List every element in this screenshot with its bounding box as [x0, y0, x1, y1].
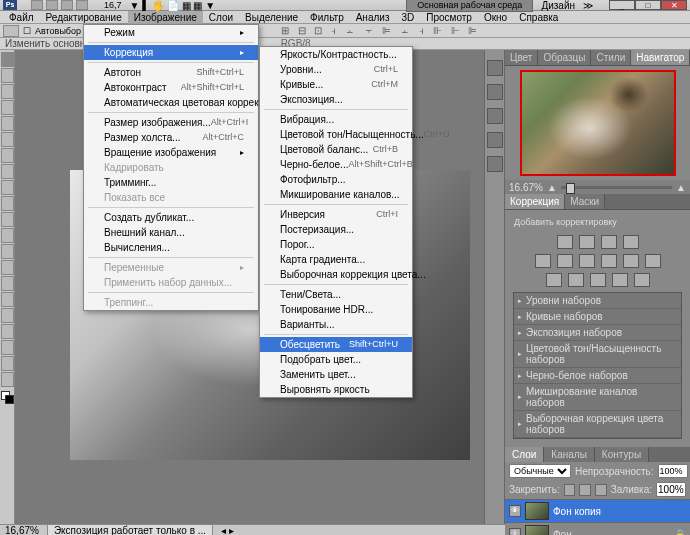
tb-icon[interactable]: [61, 0, 73, 10]
mi-invert[interactable]: ИнверсияCtrl+I: [260, 207, 412, 222]
menu-select[interactable]: Выделение: [239, 11, 304, 24]
eyedropper-tool[interactable]: [1, 132, 14, 147]
stamp-tool[interactable]: [1, 180, 14, 195]
mi-brightness[interactable]: Яркость/Контрастность...: [260, 47, 412, 62]
mi-desaturate[interactable]: ОбесцветитьShift+Ctrl+U: [260, 337, 412, 352]
menu-help[interactable]: Справка: [513, 11, 564, 24]
mi-imagesize[interactable]: Размер изображения...Alt+Ctrl+I: [84, 115, 258, 130]
menu-file[interactable]: Файл: [3, 11, 40, 24]
mi-autocontrast[interactable]: АвтоконтрастAlt+Shift+Ctrl+L: [84, 80, 258, 95]
tb-icon[interactable]: [31, 0, 43, 10]
preset-item[interactable]: ▸Кривые наборов: [514, 309, 681, 325]
history-brush-tool[interactable]: [1, 196, 14, 211]
adj-selcolor-icon[interactable]: [634, 273, 650, 287]
mi-vibrance[interactable]: Вибрация...: [260, 112, 412, 127]
menu-layer[interactable]: Слои: [203, 11, 239, 24]
mi-levels[interactable]: Уровни...Ctrl+L: [260, 62, 412, 77]
status-zoom[interactable]: 16,67%: [5, 525, 39, 536]
tab-corrections[interactable]: Коррекция: [505, 194, 565, 209]
type-tool[interactable]: [1, 292, 14, 307]
mi-autotone[interactable]: АвтотонShift+Ctrl+L: [84, 65, 258, 80]
mi-channelmix[interactable]: Микширование каналов...: [260, 187, 412, 202]
adj-vibrance-icon[interactable]: [535, 254, 551, 268]
adj-poster-icon[interactable]: [568, 273, 584, 287]
mi-selcolor[interactable]: Выборочная коррекция цвета...: [260, 267, 412, 282]
adj-hue-icon[interactable]: [557, 254, 573, 268]
opacity-input[interactable]: [658, 464, 688, 478]
lock-pixels-icon[interactable]: [564, 484, 576, 496]
eraser-tool[interactable]: [1, 212, 14, 227]
mi-canvassize[interactable]: Размер холста...Alt+Ctrl+C: [84, 130, 258, 145]
wand-tool[interactable]: [1, 100, 14, 115]
crop-tool[interactable]: [1, 116, 14, 131]
adj-threshold-icon[interactable]: [590, 273, 606, 287]
menu-analysis[interactable]: Анализ: [350, 11, 396, 24]
adj-exposure-icon[interactable]: [623, 235, 639, 249]
hand-tool[interactable]: [1, 356, 14, 371]
healing-tool[interactable]: [1, 148, 14, 163]
marquee-tool[interactable]: [1, 68, 14, 83]
zoom-tool[interactable]: [1, 372, 14, 387]
path-tool[interactable]: [1, 308, 14, 323]
adj-curves-icon[interactable]: [601, 235, 617, 249]
mi-curves[interactable]: Кривые...Ctrl+M: [260, 77, 412, 92]
navigator-thumbnail[interactable]: [520, 70, 676, 176]
adj-invert-icon[interactable]: [546, 273, 562, 287]
dock-icon[interactable]: [487, 132, 503, 148]
mi-corrections[interactable]: Коррекция▸: [84, 45, 258, 60]
dodge-tool[interactable]: [1, 260, 14, 275]
move-tool[interactable]: [1, 52, 14, 67]
autoselect-label[interactable]: Автовыбор: [35, 26, 81, 36]
dock-icon[interactable]: [487, 84, 503, 100]
mi-exposure[interactable]: Экспозиция...: [260, 92, 412, 107]
adj-colorbal-icon[interactable]: [579, 254, 595, 268]
mi-calculations[interactable]: Вычисления...: [84, 240, 258, 255]
menu-window[interactable]: Окно: [478, 11, 513, 24]
tb-icon[interactable]: [76, 0, 88, 10]
mi-mode[interactable]: Режим▸: [84, 25, 258, 40]
layer-row[interactable]: 👁 Фон 🔒: [505, 523, 690, 535]
layer-name[interactable]: Фон копия: [553, 506, 601, 517]
menu-filter[interactable]: Фильтр: [304, 11, 350, 24]
mi-huesat[interactable]: Цветовой тон/Насыщенность...Ctrl+U: [260, 127, 412, 142]
mi-replacecolor[interactable]: Заменить цвет...: [260, 367, 412, 382]
pen-tool[interactable]: [1, 276, 14, 291]
layer-row[interactable]: 👁 Фон копия: [505, 500, 690, 523]
navigator-zoom[interactable]: 16.67%: [509, 182, 543, 193]
window-close[interactable]: ✕: [661, 0, 687, 10]
3d-tool[interactable]: [1, 340, 14, 355]
gradient-tool[interactable]: [1, 228, 14, 243]
zoom-in-icon[interactable]: ▲: [676, 182, 686, 193]
tab-swatches[interactable]: Образцы: [538, 50, 591, 65]
preset-item[interactable]: ▸Цветовой тон/Насыщенность наборов: [514, 341, 681, 368]
mi-bw[interactable]: Черно-белое...Alt+Shift+Ctrl+B: [260, 157, 412, 172]
tab-masks[interactable]: Маски: [565, 194, 605, 209]
menu-view[interactable]: Просмотр: [420, 11, 478, 24]
window-minimize[interactable]: _: [609, 0, 635, 10]
mi-applyimage[interactable]: Внешний канал...: [84, 225, 258, 240]
preset-item[interactable]: ▸Микширование каналов наборов: [514, 384, 681, 411]
mi-posterize[interactable]: Постеризация...: [260, 222, 412, 237]
tb-icon[interactable]: [46, 0, 58, 10]
mi-equalize[interactable]: Выровнять яркость: [260, 382, 412, 397]
tab-navigator[interactable]: Навигатор: [631, 50, 690, 65]
mi-trim[interactable]: Тримминг...: [84, 175, 258, 190]
color-swatches[interactable]: [1, 391, 14, 404]
adj-gradmap-icon[interactable]: [612, 273, 628, 287]
mi-rotate[interactable]: Вращение изображения▸: [84, 145, 258, 160]
tab-color[interactable]: Цвет: [505, 50, 538, 65]
mi-shadows[interactable]: Тени/Света...: [260, 287, 412, 302]
dock-icon[interactable]: [487, 108, 503, 124]
lock-position-icon[interactable]: [579, 484, 591, 496]
titlebar-zoom[interactable]: 16,7: [104, 0, 122, 10]
mi-variations[interactable]: Варианты...: [260, 317, 412, 332]
tab-paths[interactable]: Контуры: [595, 447, 649, 462]
lasso-tool[interactable]: [1, 84, 14, 99]
window-maximize[interactable]: □: [635, 0, 661, 10]
preset-item[interactable]: ▸Черно-белое наборов: [514, 368, 681, 384]
fill-input[interactable]: [656, 482, 686, 497]
preset-item[interactable]: ▸Уровни наборов: [514, 293, 681, 309]
adj-levels-icon[interactable]: [579, 235, 595, 249]
tab-layers[interactable]: Слои: [505, 447, 544, 462]
mi-gradmap[interactable]: Карта градиента...: [260, 252, 412, 267]
